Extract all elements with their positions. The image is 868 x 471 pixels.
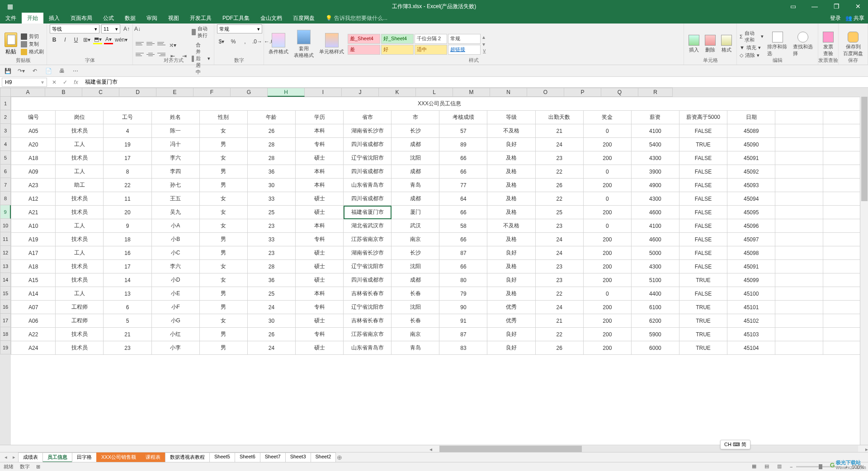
autosum-button[interactable]: Σ自动求和▾ xyxy=(740,30,764,43)
increase-font-button[interactable]: A↑ xyxy=(122,24,131,33)
font-label: 字体 xyxy=(47,57,132,64)
cut-button[interactable]: 剪切 xyxy=(21,33,44,40)
restore-button[interactable]: ❐ xyxy=(828,3,844,10)
invoice-check-button[interactable]: 发票 查验 xyxy=(821,32,835,57)
paste-button[interactable]: 粘贴 xyxy=(3,33,19,56)
style-gallery-item[interactable]: 常规 xyxy=(448,34,481,44)
font-name-select[interactable]: 等线▾ xyxy=(50,24,99,33)
menu-tab-5[interactable]: 数据 xyxy=(119,13,141,24)
fill-color-button[interactable]: ⬒▾ xyxy=(93,35,102,44)
italic-button[interactable]: I xyxy=(61,35,70,44)
menu-tab-8[interactable]: 开发工具 xyxy=(184,13,217,24)
invoice-icon xyxy=(823,32,834,42)
style-gallery-item[interactable]: 差 xyxy=(348,45,380,55)
style-gallery-item[interactable]: 差_Sheet4 xyxy=(348,34,380,44)
style-gallery-item[interactable]: 好_Sheet4 xyxy=(381,34,414,44)
quick-access-toolbar: 💾 ↷▾ ↶ 📄 🖶 ⋯ xyxy=(0,65,868,77)
increase-decimal-button[interactable]: .0→ xyxy=(252,37,261,46)
menu-tab-7[interactable]: 视图 xyxy=(163,13,184,24)
orientation-button[interactable]: ⤭▾ xyxy=(168,41,177,50)
phonetic-button[interactable]: wén▾ xyxy=(115,35,124,44)
underline-button[interactable]: U xyxy=(71,35,80,44)
style-gallery-item[interactable]: 适中 xyxy=(415,45,447,55)
menu-tab-1[interactable]: 开始 xyxy=(22,13,43,24)
ribbon-group-number: 常规▾ $▾ % , .0→ ←.0 数字 xyxy=(214,24,264,65)
cancel-formula-button[interactable]: ✕ xyxy=(49,79,60,85)
insert-icon xyxy=(689,35,699,46)
name-box[interactable]: H9▾ xyxy=(2,78,47,87)
gallery-more-button[interactable]: ⊻ xyxy=(482,48,486,55)
fill-icon: ▼ xyxy=(740,45,745,50)
redo-button[interactable]: ↷▾ xyxy=(17,67,25,75)
align-middle-button[interactable] xyxy=(146,41,155,47)
menu-tab-0[interactable]: 文件 xyxy=(0,13,22,24)
cells-label: 单元格 xyxy=(684,57,736,64)
percent-format-button[interactable]: % xyxy=(229,37,238,46)
accounting-format-button[interactable]: $▾ xyxy=(217,37,226,46)
style-gallery-item[interactable]: 超链接 xyxy=(448,45,481,55)
chevron-down-icon: ▾ xyxy=(257,26,260,32)
ribbon-display-options-icon[interactable]: ▭ xyxy=(785,3,801,10)
gallery-up-button[interactable]: ▴ xyxy=(482,34,486,40)
menu-tab-10[interactable]: 金山文档 xyxy=(255,13,288,24)
format-painter-button[interactable]: 格式刷 xyxy=(21,48,44,55)
border-button[interactable]: ⊞▾ xyxy=(82,35,91,44)
minimize-button[interactable]: — xyxy=(807,3,823,10)
window-title: 工作簿3.xlsx - Excel(产品激活失败) xyxy=(392,3,476,10)
save-button[interactable]: 💾 xyxy=(4,67,12,75)
formula-bar: H9▾ ✕ ✓ fx 福建省厦门市 xyxy=(0,77,868,88)
alignment-label: 对齐方式 xyxy=(133,57,214,64)
brush-icon xyxy=(21,49,27,55)
gallery-down-button[interactable]: ▾ xyxy=(482,41,486,47)
delete-icon xyxy=(705,35,716,46)
undo-button[interactable]: ↶ xyxy=(31,67,39,75)
close-button[interactable]: ✕ xyxy=(850,3,866,10)
insert-cells-button[interactable]: 插入 xyxy=(687,35,701,53)
chevron-down-icon: ▾ xyxy=(115,26,118,32)
sort-filter-button[interactable]: 排序和筛选 xyxy=(765,32,789,57)
print-button[interactable]: 🖶 xyxy=(58,67,66,75)
delete-cells-button[interactable]: 删除 xyxy=(703,35,717,53)
menu-tab-4[interactable]: 公式 xyxy=(98,13,119,24)
save-to-cloud-button[interactable]: 保存到 百度网盘 xyxy=(841,32,865,57)
chevron-down-icon: ▾ xyxy=(41,79,44,85)
comma-format-button[interactable]: , xyxy=(241,37,250,46)
ribbon-group-save: 保存到 百度网盘 保存 xyxy=(839,24,868,65)
menu-tab-2[interactable]: 插入 xyxy=(43,13,65,24)
ribbon-group-clipboard: 粘贴 剪切 复制 格式刷 剪贴板 xyxy=(0,24,47,65)
qat-more-button[interactable]: ⋯ xyxy=(71,67,80,75)
align-bottom-button[interactable] xyxy=(157,41,165,47)
cond-format-icon xyxy=(272,33,285,47)
enter-formula-button[interactable]: ✓ xyxy=(60,79,71,85)
share-button[interactable]: 👥 共享 xyxy=(845,14,864,22)
format-as-table-button[interactable]: 套用 表格格式 xyxy=(292,30,316,59)
sign-in-link[interactable]: 登录 xyxy=(830,14,841,22)
menu-tab-11[interactable]: 百度网盘 xyxy=(288,13,320,24)
font-color-button[interactable]: A▾ xyxy=(104,35,113,44)
ribbon-group-editing: Σ自动求和▾ ▼填充▾ ◇清除▾ 排序和筛选 查找和选择 编辑 xyxy=(737,24,818,65)
align-top-button[interactable] xyxy=(136,41,144,47)
copy-icon xyxy=(21,41,27,47)
insert-function-button[interactable]: fx xyxy=(71,79,81,85)
tell-me-search[interactable]: 💡 告诉我您想要做什么... xyxy=(326,14,387,22)
new-button[interactable]: 📄 xyxy=(44,67,52,75)
cell-styles-button[interactable]: 单元格样式 xyxy=(317,33,346,55)
find-select-button[interactable]: 查找和选择 xyxy=(791,32,815,57)
paste-icon xyxy=(5,33,17,47)
font-size-select[interactable]: 11▾ xyxy=(101,24,120,33)
menu-tab-3[interactable]: 页面布局 xyxy=(65,13,98,24)
styles-label: 样式 xyxy=(264,57,684,64)
style-gallery-item[interactable]: 好 xyxy=(381,45,414,55)
conditional-formatting-button[interactable]: 条件格式 xyxy=(267,33,290,55)
wrap-text-button[interactable]: 自动换行 xyxy=(191,24,211,40)
number-format-select[interactable]: 常规▾ xyxy=(217,24,262,33)
format-cells-button[interactable]: 格式 xyxy=(719,35,734,53)
bold-button[interactable]: B xyxy=(50,35,59,44)
copy-button[interactable]: 复制 xyxy=(21,41,44,47)
menu-tab-9[interactable]: PDF工具集 xyxy=(217,13,255,24)
fill-button[interactable]: ▼填充▾ xyxy=(740,44,764,51)
cell-styles-icon xyxy=(325,33,339,47)
menu-tab-6[interactable]: 审阅 xyxy=(141,13,163,24)
formula-input[interactable]: 福建省厦门市 xyxy=(81,78,868,86)
style-gallery-item[interactable]: 千位分隔 2 xyxy=(415,34,447,44)
